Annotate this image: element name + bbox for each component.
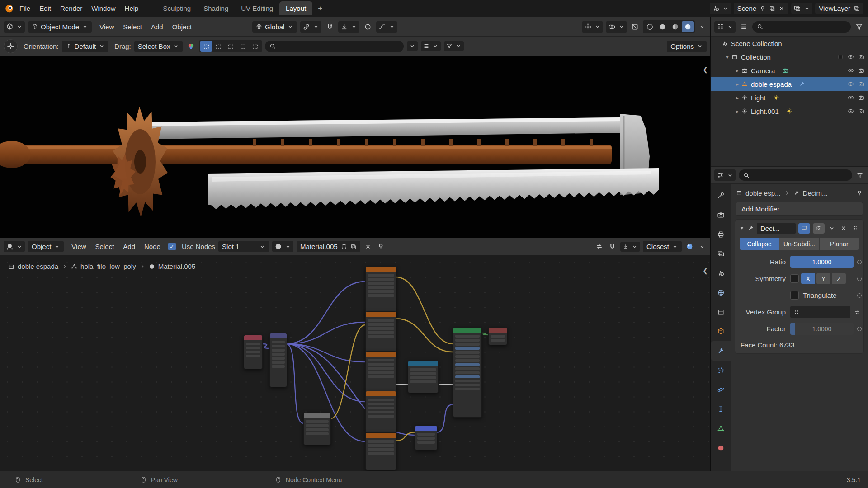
shader-node-5[interactable] bbox=[244, 335, 263, 369]
shader-node-10[interactable] bbox=[453, 327, 482, 418]
menu-window[interactable]: Window bbox=[87, 3, 120, 14]
disable-render-camera-icon[interactable] bbox=[858, 81, 864, 87]
shader-node-6[interactable] bbox=[269, 333, 287, 387]
triangulate-checkbox[interactable] bbox=[790, 291, 799, 300]
outliner-display-mode-button[interactable] bbox=[739, 22, 749, 32]
shader-node-7[interactable] bbox=[303, 413, 331, 445]
workspace-tab-uv-editing[interactable]: UV Editing bbox=[235, 1, 279, 15]
pin-material-button[interactable] bbox=[376, 241, 386, 252]
preview-shading-toggle[interactable] bbox=[684, 241, 695, 252]
properties-tab-checker-sphere[interactable] bbox=[711, 438, 731, 458]
shader-node-8[interactable] bbox=[408, 361, 439, 393]
node-snap-toggle[interactable] bbox=[607, 241, 618, 252]
animate-dot-icon[interactable] bbox=[857, 277, 862, 281]
modifier-name-field[interactable]: Deci... bbox=[757, 223, 796, 234]
proportional-editing-toggle[interactable] bbox=[363, 22, 373, 32]
overlays-dropdown[interactable] bbox=[606, 21, 627, 33]
properties-filter-button[interactable] bbox=[855, 171, 864, 180]
proportional-falloff-dropdown[interactable] bbox=[376, 21, 397, 33]
slot-dropdown[interactable]: Slot 1 bbox=[218, 241, 269, 252]
modifier-extras-dropdown[interactable] bbox=[827, 224, 836, 233]
hide-viewport-eye-icon[interactable] bbox=[848, 54, 854, 60]
properties-tab-images[interactable] bbox=[711, 244, 731, 263]
properties-tab-physics[interactable] bbox=[711, 380, 731, 399]
invert-vertex-group-button[interactable] bbox=[853, 308, 862, 317]
disclosure-right-icon[interactable]: ▸ bbox=[733, 68, 741, 74]
outliner-row-light[interactable]: ▸Light bbox=[711, 91, 868, 104]
menu-file[interactable]: File bbox=[15, 3, 35, 14]
pivot-point-selector[interactable] bbox=[300, 21, 321, 33]
decimate-tab-collapse[interactable]: Collapse bbox=[740, 238, 779, 250]
properties-tab-cube[interactable] bbox=[711, 322, 731, 341]
scene-name-field[interactable]: Scene bbox=[734, 3, 789, 14]
viewport-menu-select[interactable]: Select bbox=[118, 21, 146, 33]
properties-type-selector[interactable] bbox=[714, 169, 736, 181]
select-mode-button-0[interactable] bbox=[200, 41, 212, 52]
disable-render-camera-icon[interactable] bbox=[858, 67, 864, 74]
pin-icon[interactable] bbox=[760, 5, 766, 12]
fake-user-icon[interactable] bbox=[341, 244, 347, 250]
modifier-delete-button[interactable] bbox=[839, 224, 848, 233]
outliner-filter-button[interactable] bbox=[854, 22, 864, 32]
shader-menu-node[interactable]: Node bbox=[140, 241, 165, 252]
scene-browse-dropdown[interactable] bbox=[710, 3, 731, 14]
symmetry-axis-z[interactable]: Z bbox=[832, 273, 846, 284]
shader-node-2[interactable] bbox=[365, 351, 396, 393]
options-dropdown[interactable]: Options bbox=[667, 41, 707, 52]
disable-render-camera-icon[interactable] bbox=[858, 54, 864, 60]
shader-node-4[interactable] bbox=[365, 432, 396, 470]
menu-edit[interactable]: Edit bbox=[35, 3, 56, 14]
properties-tab-mesh-tri[interactable] bbox=[711, 419, 731, 438]
disclosure-right-icon[interactable]: ▸ bbox=[733, 95, 741, 101]
snap-mode-dropdown[interactable]: Closest bbox=[643, 241, 682, 252]
new-material-icon[interactable] bbox=[350, 244, 357, 250]
outliner-row-camera[interactable]: ▸Camera bbox=[711, 64, 868, 77]
shading-solid-button[interactable] bbox=[656, 21, 669, 32]
breadcrumb-object[interactable]: doble esp... bbox=[745, 189, 781, 197]
snap-settings-dropdown[interactable] bbox=[338, 21, 359, 33]
select-mode-button-3[interactable] bbox=[237, 41, 249, 52]
properties-search[interactable] bbox=[739, 169, 852, 181]
breadcrumb-item-material-005[interactable]: Material.005 bbox=[158, 263, 196, 270]
animate-dot-icon[interactable] bbox=[857, 327, 862, 331]
xray-toggle[interactable] bbox=[630, 22, 640, 32]
snap-toggle[interactable] bbox=[325, 22, 335, 32]
tool-palette-icon[interactable] bbox=[186, 41, 196, 52]
viewlayer-browse-dropdown[interactable] bbox=[791, 3, 812, 14]
use-nodes-checkbox[interactable]: ✓ bbox=[168, 243, 176, 250]
properties-tab-scene[interactable] bbox=[711, 263, 731, 283]
tool-orientation-dropdown[interactable]: Default bbox=[62, 41, 109, 52]
unlink-scene-icon[interactable] bbox=[778, 5, 785, 12]
material-browse-dropdown[interactable] bbox=[272, 241, 293, 252]
unlink-material-button[interactable] bbox=[363, 242, 373, 251]
mode-selector[interactable]: Object Mode bbox=[28, 21, 92, 33]
material-name-field[interactable]: Material.005 bbox=[297, 241, 360, 252]
select-mode-button-1[interactable] bbox=[212, 41, 224, 52]
shader-node-editor[interactable]: doble espadahola_filo_low_polyMaterial.0… bbox=[0, 255, 710, 471]
properties-tab-particles[interactable] bbox=[711, 361, 731, 380]
shader-type-dropdown[interactable]: Object bbox=[28, 241, 64, 252]
properties-tab-box[interactable] bbox=[711, 302, 731, 322]
viewport-menu-add[interactable]: Add bbox=[146, 21, 168, 33]
workspace-tab-layout[interactable]: Layout bbox=[279, 1, 312, 15]
workspace-tab-shading[interactable]: Shading bbox=[197, 1, 235, 15]
breadcrumb-item-doble-espada[interactable]: doble espada bbox=[18, 263, 58, 270]
breadcrumb-item-hola-filo-low-poly[interactable]: hola_filo_low_poly bbox=[80, 263, 136, 270]
modifier-display-render-toggle[interactable] bbox=[813, 223, 825, 234]
hide-viewport-eye-icon[interactable] bbox=[848, 67, 854, 74]
3d-viewport[interactable]: ❮ bbox=[0, 56, 710, 238]
decimate-tab-planar[interactable]: Planar bbox=[820, 238, 859, 250]
display-mode-dropdown[interactable] bbox=[421, 41, 441, 51]
new-viewlayer-icon[interactable] bbox=[854, 5, 860, 12]
disable-render-camera-icon[interactable] bbox=[858, 108, 864, 114]
select-mode-button-2[interactable] bbox=[225, 41, 236, 52]
search-filter-dropdown[interactable] bbox=[407, 41, 418, 51]
viewport-menu-object[interactable]: Object bbox=[168, 21, 196, 33]
vertex-group-field[interactable] bbox=[790, 306, 850, 318]
disable-render-camera-icon[interactable] bbox=[858, 94, 864, 101]
region-collapse-arrow[interactable]: ❮ bbox=[703, 66, 708, 73]
symmetry-checkbox[interactable] bbox=[790, 274, 799, 283]
properties-tab-tool[interactable] bbox=[711, 186, 731, 205]
viewport-editor-type-selector[interactable] bbox=[4, 21, 25, 33]
region-collapse-arrow[interactable]: ❮ bbox=[703, 267, 708, 274]
